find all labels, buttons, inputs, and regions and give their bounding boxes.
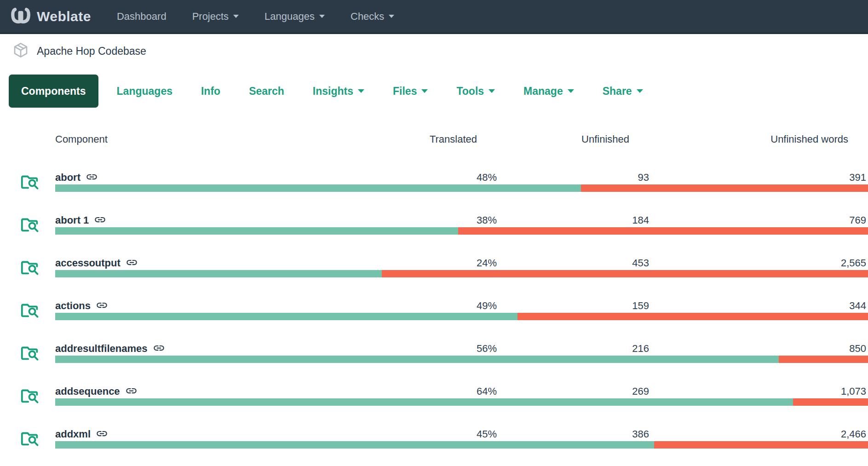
tab-components-active[interactable]: Components — [9, 75, 98, 108]
chevron-down-icon — [568, 89, 574, 93]
translation-progress-bar — [55, 356, 868, 363]
chevron-down-icon — [233, 15, 239, 18]
tab-item-label: Files — [393, 85, 417, 98]
progress-unfinished-segment — [517, 313, 868, 320]
translation-progress-bar — [55, 184, 868, 192]
components-table-header: Component Translated Unfinished Unfinish… — [0, 133, 868, 145]
translation-progress-bar — [55, 441, 868, 449]
components-table-body: abort 48% 93 391 — [0, 161, 868, 460]
translation-progress-bar — [55, 270, 868, 277]
tab-item-label: Info — [201, 85, 220, 98]
project-title-link[interactable]: Apache Hop Codebase — [37, 45, 146, 58]
chevron-down-icon — [489, 89, 495, 93]
unfinished-count: 93 — [497, 172, 649, 184]
weblate-logo-icon — [10, 5, 31, 28]
link-icon[interactable] — [86, 171, 98, 186]
progress-unfinished-segment — [779, 356, 868, 363]
column-header-unfinished-words: Unfinished words — [649, 133, 868, 145]
component-name-link[interactable]: addresultfilenames — [55, 343, 148, 355]
progress-translated-segment — [55, 227, 458, 235]
tab-item-label: Tools — [456, 85, 484, 98]
translated-percent: 45% — [322, 428, 497, 440]
component-row: actions 49% 159 344 — [0, 289, 868, 332]
translated-percent: 48% — [322, 172, 497, 184]
tab-list: Languages Info Search Insights Files Too… — [98, 85, 643, 98]
progress-unfinished-segment — [793, 398, 868, 406]
tab-item[interactable]: Languages — [117, 85, 172, 98]
tab-item-label: Languages — [117, 85, 172, 98]
unfinished-count: 216 — [497, 343, 649, 355]
navbar-menu-item[interactable]: Dashboard — [117, 11, 167, 23]
browse-folder-search-icon[interactable] — [19, 342, 55, 365]
component-name-link[interactable]: addsequence — [55, 385, 120, 397]
translation-progress-bar — [55, 398, 868, 406]
tab-item[interactable]: Share — [603, 85, 643, 98]
unfinished-count: 453 — [497, 257, 649, 269]
browse-folder-search-icon[interactable] — [19, 257, 55, 280]
navbar-menu-item[interactable]: Languages — [264, 11, 325, 23]
progress-unfinished-segment — [382, 270, 868, 277]
link-icon[interactable] — [153, 342, 165, 357]
navbar-menu-item-label: Dashboard — [117, 11, 167, 23]
unfinished-words-count: 850 — [649, 343, 868, 355]
browse-folder-search-icon[interactable] — [19, 214, 55, 237]
link-icon[interactable] — [96, 427, 108, 443]
browse-folder-search-icon[interactable] — [19, 171, 55, 194]
component-name-link[interactable]: addxml — [55, 428, 91, 440]
link-icon[interactable] — [94, 213, 106, 229]
tab-item[interactable]: Search — [249, 85, 284, 98]
project-tab-bar: Components Languages Info Search Insight… — [0, 75, 868, 108]
unfinished-words-count: 769 — [649, 214, 868, 226]
navbar-menu-item[interactable]: Projects — [192, 11, 239, 23]
unfinished-count: 184 — [497, 214, 649, 226]
tab-item-label: Manage — [523, 85, 563, 98]
component-name-link[interactable]: abort — [55, 172, 80, 184]
link-icon[interactable] — [96, 299, 108, 314]
project-package-icon — [12, 41, 29, 61]
component-row: accessoutput 24% 453 2,565 — [0, 247, 868, 289]
translated-percent: 38% — [322, 214, 497, 226]
top-navbar: Weblate Dashboard Projects Languages Che… — [0, 0, 868, 34]
component-name-link[interactable]: actions — [55, 300, 91, 312]
translated-percent: 49% — [322, 300, 497, 312]
translation-progress-bar — [55, 227, 868, 235]
unfinished-count: 269 — [497, 385, 649, 397]
unfinished-count: 159 — [497, 300, 649, 312]
link-icon[interactable] — [126, 256, 138, 271]
tab-item[interactable]: Files — [393, 85, 428, 98]
chevron-down-icon — [389, 15, 394, 18]
tab-item[interactable]: Tools — [456, 85, 495, 98]
breadcrumb: Apache Hop Codebase — [0, 34, 868, 61]
component-row: addresultfilenames 56% 216 850 — [0, 332, 868, 375]
progress-translated-segment — [55, 270, 382, 277]
header-spacer — [0, 133, 55, 145]
component-name-link[interactable]: accessoutput — [55, 257, 121, 269]
browse-folder-search-icon[interactable] — [19, 299, 55, 322]
chevron-down-icon — [421, 89, 428, 93]
link-icon[interactable] — [125, 385, 138, 400]
weblate-brand[interactable]: Weblate — [10, 5, 91, 28]
progress-unfinished-segment — [458, 227, 868, 235]
navbar-menu-item-label: Checks — [351, 11, 384, 23]
translated-percent: 56% — [322, 343, 497, 355]
tab-item[interactable]: Info — [201, 85, 220, 98]
navbar-menu-item-label: Languages — [264, 11, 315, 23]
component-row: addxml 45% 386 2,466 — [0, 418, 868, 460]
navbar-menu-item[interactable]: Checks — [351, 11, 394, 23]
unfinished-words-count: 391 — [649, 172, 868, 184]
tab-item[interactable]: Insights — [313, 85, 364, 98]
unfinished-words-count: 1,073 — [649, 385, 868, 397]
browse-folder-search-icon[interactable] — [19, 385, 55, 408]
browse-folder-search-icon[interactable] — [19, 428, 55, 451]
progress-translated-segment — [55, 356, 779, 363]
column-header-unfinished: Unfinished — [497, 133, 649, 145]
progress-translated-segment — [55, 313, 517, 320]
navbar-menu-item-label: Projects — [192, 11, 229, 23]
component-name-link[interactable]: abort 1 — [55, 214, 89, 226]
column-header-component: Component — [55, 133, 322, 145]
navbar-menu: Dashboard Projects Languages Checks — [117, 11, 394, 23]
progress-unfinished-segment — [654, 441, 868, 449]
tab-item[interactable]: Manage — [523, 85, 574, 98]
unfinished-words-count: 344 — [649, 300, 868, 312]
unfinished-words-count: 2,565 — [649, 257, 868, 269]
